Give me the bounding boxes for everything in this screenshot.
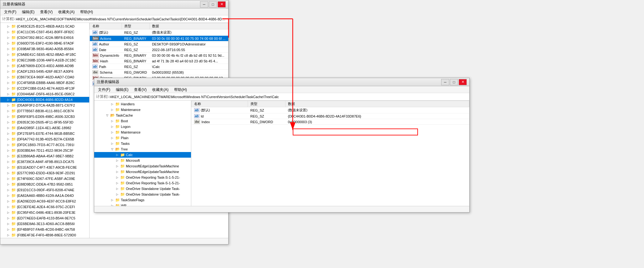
window1-address[interactable]: HKEY_LOCAL_MACHINE\SOFTWARE\Microsoft\Wi… [16,17,226,21]
menu2-view[interactable]: 查看(V) [131,87,149,92]
ab-icon: ab [92,48,98,52]
tree-item[interactable]: ▷📁{DFDC1B83-7FD3-4C77-8CD1-7391I [0,142,89,148]
tree-item[interactable]: ▷📁{D85F83F5-ED09-49BC-A506-32CB3 [0,114,89,119]
tree-item[interactable]: ▷📁{CD0446AF-D5F6-4616-85CE-058C2 [0,91,89,97]
window2: 注册表编辑器 ─ □ ✕ 文件(F) 编辑(E) 查看(V) 收藏夹(A) 帮助… [94,78,470,213]
window2-tree[interactable]: ▷📁Handlers ▷📁Maintenance ▽📂TaskCache ▷📁B… [94,101,191,206]
tree-item[interactable]: ▷📁{C4C11C95-C597-4541-B0FF-0F82C [0,29,89,35]
tree-item-plain[interactable]: ▷📁Plain [94,135,191,141]
tree-item[interactable]: ▷📁{D5A9F0F2-D7CA-4A2B-8871-C67F2 [0,102,89,108]
tree-item[interactable]: ▷📁{C5D47392-881C-422A-9BF8-E4916 [0,35,89,40]
tree-item[interactable]: ▷📁{D9353C30-D505-4F11-8F95-55F3D [0,119,89,125]
col-type: 类型 [122,23,150,29]
tree-item[interactable]: ▷📁{D777B567-BB38-4111-881C-0CB74 [0,108,89,114]
window1-controls: ─ □ ✕ [200,1,226,8]
tree-item[interactable]: ▷📁{DF6A7742-913B-4025-B27A-CE65B [0,136,89,142]
tree-item-maintenance2[interactable]: ▷📁Maintenance [94,129,191,135]
tree-item[interactable]: ▷📁{DA42085F-11E4-4E1-A83E-18982 [0,125,89,131]
menu2-edit[interactable]: 编辑(E) [113,87,131,92]
tree-item[interactable]: ▷📁{E38739C8-A84F-4F9B-8913-DCA75 [0,159,89,165]
tree-item-tasks[interactable]: ▷📁Tasks [94,141,191,146]
tree-item-onedrive2[interactable]: ▷📁OneDrive Reporting Task-S-1-5-21- [94,180,191,186]
table-row-id[interactable]: abId REG_SZ {D0C44301-B0D4-46B6-8D2D-4A1… [192,113,469,119]
table-row[interactable]: binDynamicInfo REG_BINARY 03 00 00 00 4b… [90,53,228,58]
table-row-path[interactable]: abPath REG_SZ \Calc [90,64,228,70]
tree-item[interactable]: ▷📁{E32B86AB-ABAA-45A7-9BE7-9BB2 [0,153,89,159]
tree-item-onedrive4[interactable]: ▷📁OneDrive Standalone Update Task- [94,192,191,197]
tree-item[interactable]: ▷📁{EE6BE8A6-3E13-4D60-ACC8-BB56I [0,221,89,227]
tree-item[interactable]: ▷📁{C483CE25-B1C5-4BEB-AA31-5CAD [0,24,89,29]
table-row[interactable]: binHash REG_BINARY ad 4f 71 3b 28 40 a4 … [90,58,228,64]
menu2-help[interactable]: 帮助(H) [172,87,189,92]
tree-item-wp[interactable]: ▷📁WP [94,203,191,206]
values-table: 名称 类型 数据 ab(默认) REG_SZ (数值未设置) binAction… [90,23,228,87]
tree-item[interactable]: ▷📁{EC3EFE4E-A2E4-4C66-975C-2CEFI [0,204,89,210]
tree-item[interactable]: ▷📁{F0BE4F3E-F4F0-4B98-88EE-5729D0 [0,232,89,238]
menu2-file[interactable]: 文件(F) [95,87,113,92]
tree-item-handlers[interactable]: ▷📁Handlers [94,101,191,107]
tree-item[interactable]: ▷📁{E74F606C-5D67-47FE-A5BF-AC09E [0,176,89,181]
menu-edit[interactable]: 编辑(E) [19,9,37,14]
maximize-button2[interactable]: □ [450,79,458,85]
close-button2[interactable]: ✕ [459,79,467,85]
close-button[interactable]: ✕ [218,1,226,8]
window1-tree[interactable]: ▷📁{C483CE25-B1C5-4BEB-AA31-5CAD ▷📁{C4C11… [0,23,90,238]
tree-item-maintenance1[interactable]: ▷📁Maintenance [94,107,191,113]
tree-item-tree[interactable]: ▽📂Tree [94,146,191,152]
table-row[interactable]: abAuthor REG_SZ DESKTOP-59S0P1O\Administ… [90,41,228,47]
tree-item[interactable]: ▷📁{CCDFC0B8-01A3-4E74-A820-4F13F [0,86,89,91]
tree-item[interactable]: ▷📁{EF4B8F07-FA4B-4CD0-84BC-4A758 [0,227,89,232]
tree-item[interactable]: ▷📁{C660D735-E9F2-4190-9B4E-97ADF [0,40,89,46]
minimize-button2[interactable]: ─ [441,79,449,85]
tree-item-msedge1[interactable]: ▷📁MicrosoftEdgeUpdateTaskMachine [94,163,191,169]
tree-item[interactable]: ▷📁{CAB76809-EDC0-40D2-A888-AD9B [0,63,89,69]
window2-values-table: 名称 类型 数据 ab(默认) REG_SZ (数值未设置) abId [191,101,469,125]
tree-item-taskcache[interactable]: ▽📂TaskCache [94,113,191,118]
menu-help[interactable]: 帮助(H) [78,9,95,14]
tree-item[interactable]: ▷📁{EAD9ED20-AC69-4E97-8CC8-E8F62 [0,198,89,204]
table-row[interactable]: ab(默认) REG_SZ (数值未设置) [192,107,469,113]
menu-file[interactable]: 文件(F) [2,9,19,14]
tree-item[interactable]: ▷📁{CC4F585B-EBBB-4AA6-9BDF-B28C [0,80,89,86]
tree-item[interactable]: ▷📁{E51EADD7-C4F7-43E7-A9CB-FEC8E [0,165,89,170]
tree-item-microsoft[interactable]: ▷📁Microsoft [94,158,191,163]
tree-item[interactable]: ▷📁{C9ABE41C-5E65-4E52-8BAD-4F1BC [0,52,89,57]
tree-item[interactable]: ▷📁{CADF1293-5495-426F-8E37-A30F6 [0,69,89,74]
tree-item[interactable]: ▷📁{DF27E6F5-E07E-4744-981B-BB5BC [0,131,89,136]
menu-view[interactable]: 查看(V) [38,9,55,14]
table-row-actions[interactable]: binActions REG_BINARY 03 00 0c 00 00 00 … [90,36,228,41]
tree-item-msedge2[interactable]: ▷📁MicrosoftEdgeUpdateTaskMachine [94,169,191,175]
tree-item[interactable]: ▷📁{CB673CE4-960F-462D-AAD7-CDA0 [0,74,89,80]
window2-controls: ─ □ ✕ [441,79,467,85]
tree-item-boot[interactable]: ▷📁Boot [94,118,191,124]
tree-item[interactable]: ▷📁{E003BEA4-7D11-4522-9834-25C3F [0,148,89,153]
tree-item[interactable]: ▷📁{E88D9B2C-DDEA-47B2-9582-0851 [0,181,89,187]
tree-item[interactable]: ▷📁{E577C99D-E5DD-43E8-9E9F-2D291 [0,170,89,176]
table-row-index[interactable]: dwIndex REG_DWORD 0x00000003 (3) [192,119,469,125]
menu2-favorites[interactable]: 收藏夹(A) [150,87,171,92]
maximize-button[interactable]: □ [209,1,217,8]
table-row[interactable]: abDate REG_SZ 2022-08-18T16:05:55 [90,47,228,53]
col2-data: 数据 [286,101,469,107]
tree-item[interactable]: ▷📁{EA82AA60-4BB0-41D9-AA1A-D64D [0,193,89,198]
menu-favorites[interactable]: 收藏夹(A) [56,9,77,14]
table-row[interactable]: ab(默认) REG_SZ (数值未设置) [90,29,228,36]
window2-address[interactable]: HKEY_LOCAL_MACHINE\SOFTWARE\Microsoft\Wi… [110,95,467,99]
tree-item[interactable]: ▷📁{EC95F45C-0486-40E1-8938-20FE3E [0,210,89,215]
tree-item-calc[interactable]: ▷📁Calc [94,152,191,158]
tree-item[interactable]: ▷📁{E91D1CC3-09DF-45F0-8208-474AE [0,187,89,193]
window2-values: 名称 类型 数据 ab(默认) REG_SZ (数值未设置) abId [191,101,469,206]
minimize-button[interactable]: ─ [200,1,208,8]
tree-item[interactable]: ▷📁{ED77AEE0-EAFB-4133-B544-9E7C5 [0,215,89,221]
ab-icon: ab [92,42,98,46]
window2-address-bar: 计算机\ HKEY_LOCAL_MACHINE\SOFTWARE\Microso… [94,93,469,101]
table-row[interactable]: dwSchema REG_DWORD 0x00010002 (65538) [90,70,228,75]
tree-item[interactable]: ▷📁{C9EC268B-1D36-4AF0-A1EB-2C1BC [0,57,89,63]
tree-item[interactable]: ▷📁{C69BAF3B-9830-46A0-A05B-85584 [0,46,89,52]
tree-item-onedrive3[interactable]: ▷📁OneDrive Standalone Update Task- [94,186,191,192]
tree-item-logon[interactable]: ▷📁Logon [94,124,191,129]
tree-item-taskstateflags[interactable]: ▷📁TaskStateFlags [94,197,191,203]
tree-item-onedrive1[interactable]: ▷📁OneDrive Reporting Task-S-1-5-21- [94,175,191,180]
tree-item-selected[interactable]: ▷📁{D0C44301-B0D4-46B6-8D2D-4A14 [0,97,89,102]
window2-menu: 文件(F) 编辑(E) 查看(V) 收藏夹(A) 帮助(H) [94,86,469,93]
